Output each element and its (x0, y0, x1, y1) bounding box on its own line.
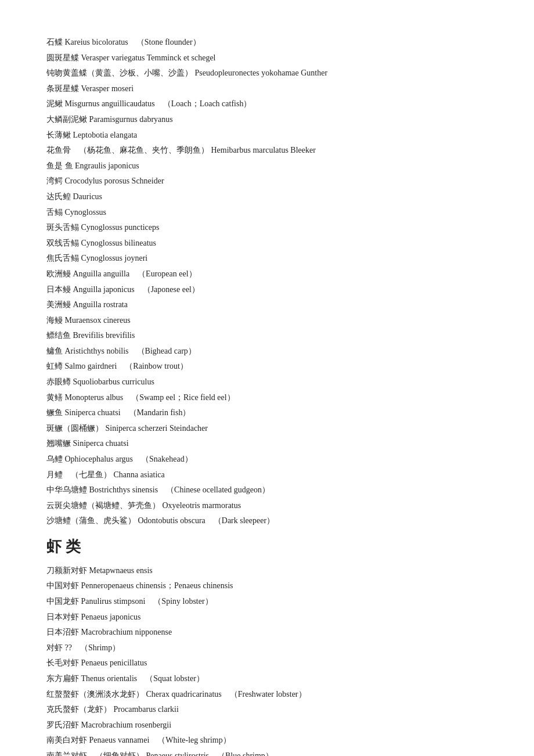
list-item: 长薄鳅 Leptobotia elangata (46, 128, 488, 143)
list-item: 沙塘鳢（蒲鱼、虎头鲨） Odontobutis obscura （Dark sl… (46, 513, 488, 529)
list-item: 刀额新对虾 Metapwnaeus ensis (46, 563, 488, 579)
list-item: 鱼是 鱼 Engraulis japonicus (46, 159, 488, 174)
list-item: 鳙鱼 Aristichthys nobilis （Bighead carp） (46, 344, 488, 359)
list-item: 舌鳎 Cynoglossus (46, 205, 488, 221)
list-item: 钝吻黄盖鲽（黄盖、沙板、小嘴、沙盖） Pseudopleuronectes yo… (46, 66, 488, 81)
list-item: 海鳗 Muraensox cinereus (46, 313, 488, 329)
list-item: 斑鳜（圆桶鳜） Siniperca scherzeri Steindacher (46, 421, 488, 437)
list-item: 克氏螯虾（龙虾） Procambarus clarkii (46, 702, 488, 718)
list-item: 鳜鱼 Siniperca chuatsi （Mandarin fish） (46, 405, 488, 421)
list-item: 条斑星鲽 Verasper moseri (46, 81, 488, 97)
list-item: 虹鳟 Salmo gairdneri （Rainbow trout） (46, 359, 488, 375)
list-item: 中华乌塘鳢 Bostrichthys sinensis （Chinese oce… (46, 483, 488, 498)
list-item: 罗氏沼虾 Macrobrachium rosenbergii (46, 718, 488, 733)
list-item: 红螯螯虾（澳洲淡水龙虾） Cherax quadricarinatus （Fre… (46, 687, 488, 703)
list-item: 鳔结鱼 Brevifilis brevifilis (46, 328, 488, 344)
list-item: 乌鳢 Ophiocephalus argus （Snakehead） (46, 452, 488, 467)
list-item: 中国对虾 Penneropenaeus chinensis；Penaeus ch… (46, 578, 488, 594)
list-item: 双线舌鳎 Cynoglossus bilineatus (46, 236, 488, 251)
shrimp-list: 刀额新对虾 Metapwnaeus ensis中国对虾 Penneropenae… (46, 563, 488, 756)
list-item: 翘嘴鳜 Siniperca chuatsi (46, 436, 488, 452)
list-item: 斑头舌鳎 Cynoglossus puncticeps (46, 220, 488, 236)
list-item: 月鳢 （七星鱼） Channa asiatica (46, 467, 488, 483)
list-item: 焦氏舌鳎 Cynoglossus joyneri (46, 251, 488, 267)
list-item: 石鲽 Kareius bicoloratus （Stone flounder） (46, 35, 488, 51)
list-item: 赤眼鳟 Squoliobarbus curriculus (46, 375, 488, 390)
list-item: 云斑尖塘鳢（褐塘鳢、笋壳鱼） Oxyeleotris marmoratus (46, 498, 488, 514)
list-item: 湾鳄 Crocodylus porosus Schneider (46, 174, 488, 189)
list-item: 泥鳅 Misgurnus anguillicaudatus （Loach；Loa… (46, 96, 488, 112)
list-item: 南美兰对虾 （细角对虾） Penaeus stylirostris （Blue … (46, 748, 488, 756)
shrimp-section-header: 虾 类 (46, 534, 488, 561)
list-item: 黄鳝 Monopterus albus （Swamp eel；Rice fiel… (46, 390, 488, 406)
list-item: 中国龙虾 Panulirus stimpsoni （Spiny lobster） (46, 594, 488, 610)
list-item: 对虾 ?? （Shrimp） (46, 640, 488, 656)
list-item: 日本鳗 Anguilla japonicus （Japonese eel） (46, 282, 488, 298)
fish-list: 石鲽 Kareius bicoloratus （Stone flounder）圆… (46, 35, 488, 529)
list-item: 美洲鳗 Anguilla rostrata (46, 297, 488, 313)
list-item: 欧洲鳗 Anguilla anguilla （European eel） (46, 267, 488, 282)
list-item: 日本沼虾 Macrobrachium nipponense (46, 625, 488, 640)
list-item: 花鱼骨 （杨花鱼、麻花鱼、夹竹、季朗鱼） Hemibarbus marculat… (46, 143, 488, 159)
list-item: 达氏鳇 Dauricus (46, 189, 488, 205)
list-item: 日本对虾 Penaeus japonicus (46, 610, 488, 625)
list-item: 大鳞副泥鳅 Paramisgurnus dabryanus (46, 112, 488, 128)
list-item: 东方扁虾 Thenus orientalis （Squat lobster） (46, 671, 488, 687)
list-item: 圆斑星鲽 Verasper variegatus Temminck et sch… (46, 51, 488, 66)
list-item: 南美白对虾 Penaeus vannamei （White-leg shrimp… (46, 733, 488, 748)
list-item: 长毛对虾 Penaeus penicillatus (46, 656, 488, 671)
